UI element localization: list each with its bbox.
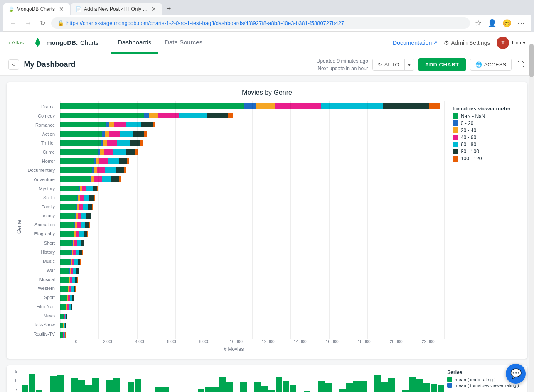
mini-bar	[268, 390, 275, 392]
grid-line	[137, 101, 138, 339]
legend-color-swatch	[453, 156, 458, 162]
bar-segment	[74, 295, 74, 301]
mini-bar	[381, 382, 388, 392]
bar-segment	[75, 286, 76, 292]
bar-segment	[120, 131, 134, 137]
logo-area[interactable]: mongoDB. Charts	[32, 37, 98, 49]
bar-segment	[60, 113, 144, 118]
bar-segment	[99, 158, 108, 164]
legend-color-swatch	[453, 135, 458, 140]
browser-tab-2[interactable]: 📄 Add a New Post ‹ If I Only Had a... ✕	[71, 3, 162, 15]
y-axis-label-item: Sport	[23, 293, 57, 301]
user-menu[interactable]: T Tom ▾	[497, 37, 526, 49]
bar-segment	[67, 314, 67, 319]
url-bar[interactable]: 🔒 https://charts-stage.mongodb.com/chart…	[51, 17, 470, 29]
auto-button[interactable]: ↻ AUTO	[373, 59, 404, 70]
mini-bar	[353, 381, 360, 392]
dashboard-back-button[interactable]: <	[8, 59, 19, 70]
nav-tabs: Dashboards Data Sources	[111, 32, 209, 54]
bar-segment	[97, 186, 98, 191]
legend-items: NaN - NaN0 - 2020 - 4040 - 6060 - 8080 -…	[453, 113, 511, 162]
y-axis-label-item: Music	[23, 257, 57, 265]
x-axis-tick: 22,000	[412, 339, 444, 344]
y-axis-label-item: Horror	[23, 157, 57, 165]
bar-segments	[60, 213, 92, 219]
y-axis-label: Genre	[15, 101, 23, 352]
bar-segment	[83, 204, 88, 210]
y-axis-label-item: News	[23, 311, 57, 320]
add-chart-button[interactable]: ADD CHART	[418, 58, 466, 71]
chat-bubble[interactable]: 💬	[506, 364, 526, 384]
bar-segment	[153, 122, 155, 127]
mini-bar	[423, 383, 430, 392]
bookmark-button[interactable]: ☆	[473, 18, 483, 29]
grid-line	[406, 101, 406, 339]
tab-close-1[interactable]: ✕	[58, 6, 65, 12]
scrollbar-track[interactable]	[529, 44, 534, 392]
menu-button[interactable]: ⋯	[516, 18, 527, 29]
auto-dropdown-button[interactable]: ▾	[404, 59, 414, 70]
mini-bar	[325, 383, 332, 392]
bar-segment	[79, 231, 84, 237]
bar-segments	[60, 250, 83, 255]
bar-segments	[60, 240, 85, 246]
bar-segments	[60, 332, 66, 338]
bar-segment	[117, 140, 130, 146]
bars-area	[60, 101, 444, 339]
bar-segment	[228, 113, 233, 118]
bar-segment	[81, 213, 86, 219]
bar-segment	[60, 250, 71, 255]
url-text: https://charts-stage.mongodb.com/charts-…	[66, 20, 464, 26]
fullscreen-button[interactable]: ⛶	[516, 59, 526, 70]
y-axis-label-item: Mystery	[23, 184, 57, 193]
browser-actions: ☆ 👤 😊 ⋯	[473, 18, 527, 29]
x-axis-tick: 14,000	[284, 339, 316, 344]
bar-segment	[207, 113, 228, 118]
mini-bar	[240, 382, 247, 392]
y-axis-label-item: Short	[23, 239, 57, 247]
app-header: ‹ Atlas mongoDB. Charts Dashboards Data …	[0, 32, 534, 54]
bar-segment	[127, 158, 129, 164]
y-axis-label-item: Biography	[23, 230, 57, 238]
bar-segment	[76, 250, 79, 255]
bar-segments	[60, 186, 98, 191]
user-profile-button[interactable]: 👤	[486, 18, 498, 29]
admin-settings-link[interactable]: ⚙ Admin Settings	[444, 39, 490, 46]
bar-segment	[60, 286, 68, 292]
mini-bar	[50, 376, 57, 392]
chart2-legend-label: mean ( tomatoes viewer rating )	[455, 383, 519, 388]
bar-segment	[107, 140, 117, 146]
tab-close-2[interactable]: ✕	[150, 6, 157, 12]
new-tab-button[interactable]: +	[163, 2, 175, 15]
bar-segment	[60, 149, 98, 155]
chart2-y-label: 9	[15, 369, 17, 374]
x-axis: 02,0004,0006,0008,00010,00012,00014,0001…	[23, 339, 444, 344]
forward-button[interactable]: →	[22, 19, 34, 28]
tab-data-sources[interactable]: Data Sources	[158, 32, 209, 54]
mini-bar	[128, 382, 134, 392]
y-axis-label-item: Reality-TV	[23, 330, 57, 338]
browser-tab-1[interactable]: 🍃 MongoDB Charts ✕	[3, 3, 70, 15]
reload-button[interactable]: ↻	[37, 18, 48, 28]
mini-bar	[36, 390, 42, 392]
bar-segment	[87, 231, 88, 237]
y-axis-label-item: Sci-Fi	[23, 194, 57, 202]
mongodb-logo-icon	[32, 37, 44, 49]
chevron-down-icon: ▾	[408, 62, 411, 68]
atlas-link[interactable]: ‹ Atlas	[8, 39, 24, 46]
access-button[interactable]: 🌐 ACCESS	[470, 59, 512, 71]
mini-bar	[92, 378, 99, 392]
emoji-button[interactable]: 😊	[501, 18, 513, 29]
bar-segments	[60, 277, 78, 283]
update-info: Updated 9 minutes ago Next update in an …	[317, 57, 368, 72]
x-axis-tick: 4,000	[124, 339, 156, 344]
back-button[interactable]: ←	[7, 19, 19, 28]
documentation-label: Documentation	[393, 39, 432, 46]
scrollbar-thumb[interactable]	[529, 44, 534, 77]
y-axis-label-item: Action	[23, 130, 57, 138]
documentation-link[interactable]: Documentation ↗	[393, 39, 437, 46]
atlas-back-arrow: ‹	[8, 39, 10, 46]
tab-dashboards[interactable]: Dashboards	[111, 32, 158, 54]
bar-segment	[60, 314, 64, 319]
bar-segment	[89, 222, 89, 228]
